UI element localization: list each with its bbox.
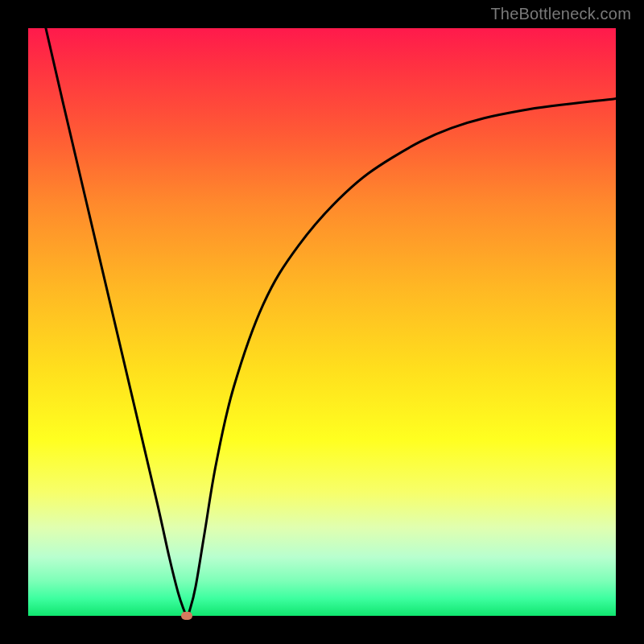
watermark-text: TheBottleneck.com: [490, 5, 631, 23]
chart-stage: TheBottleneck.com: [0, 0, 644, 644]
chart-min-marker: [181, 612, 192, 620]
chart-curve-path: [46, 28, 616, 616]
chart-plot-area: [28, 28, 616, 616]
chart-curve-svg: [28, 28, 616, 616]
